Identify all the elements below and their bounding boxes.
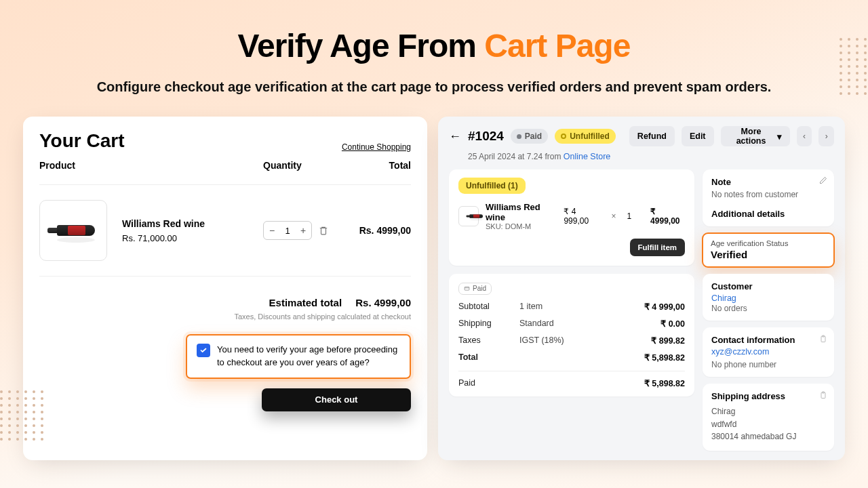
svg-rect-0 bbox=[465, 287, 469, 290]
continue-shopping-link[interactable]: Continue Shopping bbox=[342, 142, 411, 152]
back-icon[interactable]: ← bbox=[449, 129, 461, 144]
qty-increase-button[interactable]: + bbox=[295, 222, 311, 239]
contact-box: Contact information xyz@czzlv.com No pho… bbox=[703, 327, 834, 377]
unfulfilled-tag: Unfulfilled (1) bbox=[458, 178, 526, 194]
sum-subtotal-v: ₹ 4 999,00 bbox=[644, 302, 685, 312]
age-verify-checkbox[interactable] bbox=[197, 344, 210, 357]
hero-title-b: Cart Page bbox=[484, 28, 630, 64]
quantity-stepper: − 1 + bbox=[263, 221, 312, 240]
qty-value: 1 bbox=[280, 226, 295, 236]
shipping-address: Chirag wdfwfd 380014 ahmedabad GJ bbox=[711, 405, 825, 443]
product-price: Rs. 71,000.00 bbox=[122, 233, 248, 243]
order-line-item: Williams Red wine SKU: DOM-M ₹ 4 999,00 … bbox=[458, 202, 685, 230]
sum-ship-v: ₹ 0.00 bbox=[660, 319, 685, 329]
order-item-x: × bbox=[611, 211, 616, 221]
sum-tax-l: Taxes bbox=[458, 336, 519, 346]
sum-subtotal-l: Subtotal bbox=[458, 302, 519, 312]
fulfill-item-button[interactable]: Fulfill item bbox=[630, 239, 686, 256]
clipboard-icon[interactable] bbox=[819, 334, 827, 344]
customer-link[interactable]: Chirag bbox=[711, 293, 736, 303]
paid-mini-badge: Paid bbox=[458, 283, 492, 295]
trash-icon[interactable] bbox=[319, 226, 328, 235]
note-box: Note No notes from customer Additional d… bbox=[703, 169, 834, 226]
order-thumbnail bbox=[458, 206, 479, 226]
order-panel: ← #1024 Paid Unfulfilled Refund Edit Mor… bbox=[438, 117, 845, 460]
sum-ship-m: Standard bbox=[519, 319, 660, 329]
more-actions-button[interactable]: More actions▾ bbox=[721, 126, 790, 146]
chevron-down-icon: ▾ bbox=[777, 131, 782, 142]
order-item-name: Williams Red wine bbox=[486, 202, 557, 222]
sum-tax-v: ₹ 899.82 bbox=[651, 336, 685, 346]
sum-subtotal-m: 1 item bbox=[519, 302, 644, 312]
contact-email[interactable]: xyz@czzlv.com bbox=[711, 347, 769, 357]
age-verification-status-box: Age verification Status Verified bbox=[702, 232, 835, 268]
contact-heading: Contact information bbox=[711, 335, 825, 345]
hero-title: Verify Age From Cart Page bbox=[95, 27, 773, 64]
sum-ship-l: Shipping bbox=[458, 319, 519, 329]
paid-badge: Paid bbox=[511, 129, 548, 144]
shipping-box: Shipping address Chirag wdfwfd 380014 ah… bbox=[703, 384, 834, 451]
sum-tax-m: IGST (18%) bbox=[519, 336, 651, 346]
col-product: Product bbox=[39, 160, 263, 171]
hero-subtitle: Configure checkout age verification at t… bbox=[95, 77, 773, 98]
unfulfilled-badge: Unfulfilled bbox=[555, 129, 616, 144]
cart-heading: Your Cart bbox=[39, 130, 125, 152]
order-id: #1024 bbox=[468, 129, 504, 144]
note-text: No notes from customer bbox=[711, 190, 825, 199]
qty-decrease-button[interactable]: − bbox=[264, 222, 280, 239]
sum-total-v: ₹ 5,898.82 bbox=[644, 352, 685, 363]
prev-order-button[interactable]: ‹ bbox=[797, 126, 812, 146]
cart-line-item: Williams Red wine Rs. 71,000.00 − 1 + Rs… bbox=[39, 184, 411, 277]
customer-box: Customer Chirag No orders bbox=[703, 274, 834, 321]
estimated-total-label: Estimated total bbox=[269, 297, 342, 308]
edit-button[interactable]: Edit bbox=[682, 126, 714, 146]
col-quantity: Quantity bbox=[263, 160, 357, 171]
tax-note: Taxes, Discounts and shipping calculated… bbox=[39, 312, 411, 321]
hero-title-a: Verify Age From bbox=[238, 28, 485, 64]
payment-summary-box: Paid Subtotal1 item₹ 4 999,00 ShippingSt… bbox=[449, 274, 694, 396]
age-verify-callout: You need to verify your age before proce… bbox=[186, 334, 411, 379]
product-name: Williams Red wine bbox=[122, 218, 248, 229]
contact-phone: No phone number bbox=[711, 360, 825, 369]
shipping-heading: Shipping address bbox=[711, 391, 825, 401]
avs-value: Verified bbox=[711, 249, 826, 260]
estimated-total-value: Rs. 4999,00 bbox=[355, 297, 411, 308]
note-heading: Note bbox=[711, 177, 825, 187]
order-item-qty: 1 bbox=[627, 211, 631, 221]
order-meta: 25 April 2024 at 7.24 from Online Store bbox=[468, 152, 834, 161]
next-order-button[interactable]: › bbox=[818, 126, 834, 146]
cart-panel: Your Cart Continue Shopping Product Quan… bbox=[23, 117, 427, 460]
customer-sub: No orders bbox=[711, 304, 825, 313]
additional-details-heading: Additional details bbox=[711, 209, 825, 219]
col-total: Total bbox=[357, 160, 411, 171]
clipboard-icon[interactable] bbox=[819, 390, 827, 400]
sum-paid-l: Paid bbox=[458, 378, 519, 388]
sum-total-l: Total bbox=[458, 352, 519, 363]
pencil-icon[interactable] bbox=[819, 176, 827, 184]
refund-button[interactable]: Refund bbox=[629, 126, 675, 146]
line-total: Rs. 4999,00 bbox=[343, 225, 411, 236]
store-link[interactable]: Online Store bbox=[564, 152, 610, 161]
customer-heading: Customer bbox=[711, 281, 825, 291]
avs-label: Age verification Status bbox=[711, 239, 826, 247]
checkout-button[interactable]: Check out bbox=[262, 388, 411, 411]
sum-paid-v: ₹ 5,898.82 bbox=[644, 378, 685, 388]
fulfillment-box: Unfulfilled (1) Williams Red wine SKU: D… bbox=[449, 169, 694, 266]
order-item-price: ₹ 4 999,00 bbox=[564, 207, 600, 226]
order-item-sku: SKU: DOM-M bbox=[486, 222, 557, 230]
order-item-total: ₹ 4999,00 bbox=[650, 207, 685, 226]
product-thumbnail bbox=[39, 200, 107, 261]
age-verify-text: You need to verify your age before proce… bbox=[217, 344, 400, 369]
